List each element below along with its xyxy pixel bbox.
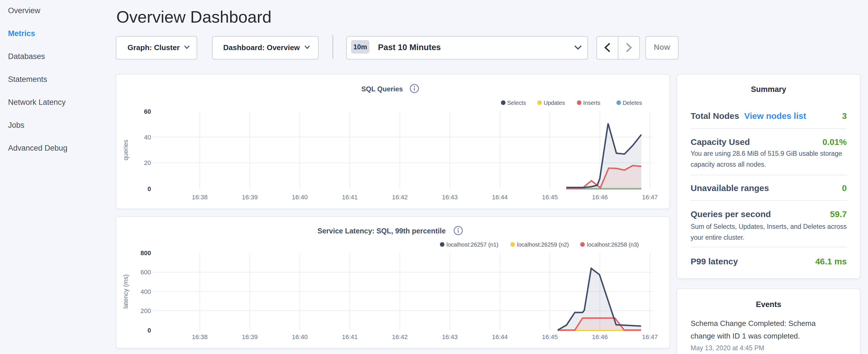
- svg-text:16:42: 16:42: [392, 333, 408, 341]
- svg-text:16:42: 16:42: [392, 194, 408, 201]
- svg-text:16:39: 16:39: [242, 333, 258, 341]
- svg-text:16:44: 16:44: [492, 333, 508, 341]
- svg-text:60: 60: [144, 108, 151, 115]
- svg-text:Selects: Selects: [507, 100, 526, 106]
- svg-text:16:39: 16:39: [242, 194, 258, 201]
- svg-text:16:38: 16:38: [192, 194, 208, 201]
- svg-text:200: 200: [141, 307, 151, 315]
- svg-text:400: 400: [141, 288, 151, 295]
- svg-text:latency (ms): latency (ms): [122, 275, 129, 309]
- svg-text:16:38: 16:38: [192, 333, 208, 341]
- svg-text:16:44: 16:44: [492, 194, 508, 201]
- svg-text:800: 800: [141, 250, 151, 257]
- svg-text:queries: queries: [122, 140, 129, 160]
- svg-text:16:41: 16:41: [342, 194, 358, 201]
- svg-text:20: 20: [144, 159, 151, 166]
- svg-text:0: 0: [148, 185, 151, 192]
- svg-text:16:47: 16:47: [642, 333, 658, 341]
- svg-text:0: 0: [148, 327, 151, 334]
- svg-text:16:46: 16:46: [592, 194, 608, 201]
- svg-text:16:45: 16:45: [542, 194, 558, 201]
- svg-text:16:40: 16:40: [292, 194, 308, 201]
- svg-text:16:46: 16:46: [592, 333, 608, 341]
- svg-text:Deletes: Deletes: [623, 100, 642, 106]
- svg-text:40: 40: [144, 134, 151, 141]
- svg-text:16:43: 16:43: [442, 194, 458, 201]
- svg-text:localhost:26258 (n3): localhost:26258 (n3): [587, 242, 639, 248]
- svg-text:Updates: Updates: [544, 100, 565, 106]
- svg-text:600: 600: [141, 269, 151, 276]
- svg-text:16:41: 16:41: [342, 333, 358, 341]
- svg-text:localhost:26257 (n1): localhost:26257 (n1): [446, 242, 498, 248]
- svg-text:16:40: 16:40: [292, 333, 308, 341]
- svg-text:Inserts: Inserts: [583, 100, 600, 106]
- svg-text:16:45: 16:45: [542, 333, 558, 341]
- svg-text:localhost:26259 (n2): localhost:26259 (n2): [517, 242, 569, 248]
- svg-text:16:47: 16:47: [642, 194, 658, 201]
- svg-text:16:43: 16:43: [442, 333, 458, 341]
